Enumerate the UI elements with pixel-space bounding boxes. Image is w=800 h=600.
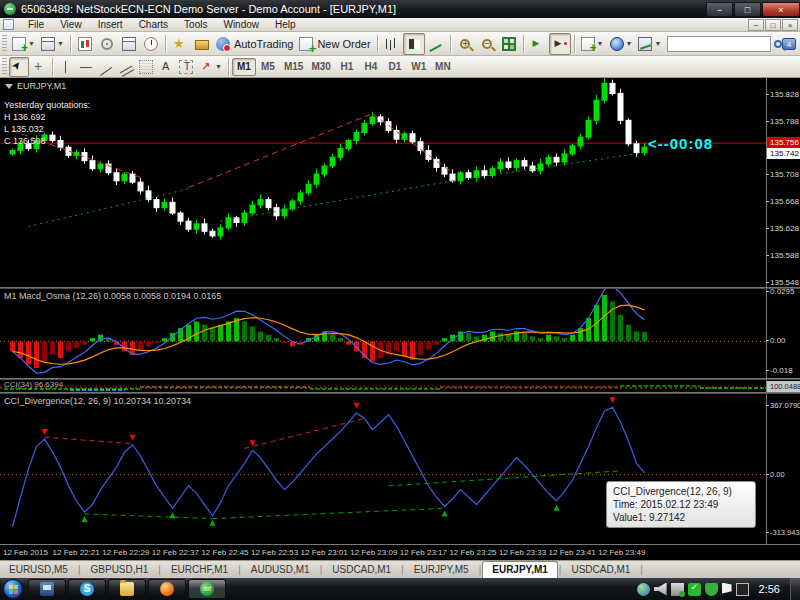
- profiles-button[interactable]: ▼: [38, 33, 67, 55]
- usb-device-icon[interactable]: [671, 583, 684, 596]
- macd-axis[interactable]: 0.02950.00-0.018: [766, 289, 800, 378]
- history-center-button[interactable]: [191, 33, 213, 55]
- horizontal-line-button[interactable]: [76, 57, 96, 77]
- restore-button[interactable]: □: [734, 2, 761, 17]
- chart-restore-button[interactable]: □: [765, 19, 781, 31]
- zoom-out-button[interactable]: [476, 33, 498, 55]
- timeframe-button-m15[interactable]: M15: [280, 58, 307, 76]
- taskbar-app-firefox[interactable]: [148, 579, 186, 599]
- chart-tab-eurusd-m5[interactable]: EURUSD,M5: [0, 561, 77, 578]
- network-monitor-icon[interactable]: [736, 583, 749, 596]
- minimize-button[interactable]: −: [706, 2, 733, 17]
- cci-axis[interactable]: 100.0488: [766, 380, 800, 392]
- taskbar-app-explorer[interactable]: [108, 579, 146, 599]
- line-chart-icon: [429, 37, 443, 51]
- chart-tab-audusd-m1[interactable]: AUDUSD,M1: [242, 561, 319, 578]
- terminal-button[interactable]: [140, 33, 162, 55]
- channel-icon: [119, 60, 133, 74]
- auto-scroll-icon: [531, 37, 545, 51]
- periods-button[interactable]: ▼: [607, 33, 636, 55]
- timeframe-button-m5[interactable]: M5: [256, 58, 280, 76]
- timeframe-button-h4[interactable]: H4: [359, 58, 383, 76]
- chart-minimize-button[interactable]: −: [748, 19, 764, 31]
- timeframe-button-m30[interactable]: M30: [307, 58, 334, 76]
- crosshair-button[interactable]: [29, 57, 49, 77]
- indicators-button[interactable]: ▼: [578, 33, 607, 55]
- search-input[interactable]: [667, 36, 771, 52]
- trendline-button[interactable]: [96, 57, 116, 77]
- tile-windows-button[interactable]: [498, 33, 520, 55]
- antivirus-icon[interactable]: [705, 583, 718, 596]
- navigator-button[interactable]: [118, 33, 140, 55]
- macd-plot[interactable]: [0, 289, 766, 378]
- start-button[interactable]: [3, 579, 23, 599]
- data-window-button[interactable]: [96, 33, 118, 55]
- vertical-line-button[interactable]: [56, 57, 76, 77]
- price-chart-panel[interactable]: EURJPY,M1 Yesterday quotations: H 136.69…: [0, 78, 800, 287]
- close-button[interactable]: ×: [762, 2, 800, 17]
- macd-panel[interactable]: M1 Macd_Osma (12,26) 0.0058 0.0058 0.019…: [0, 289, 800, 378]
- time-axis[interactable]: 12 Feb 201512 Feb 22:2112 Feb 22:2912 Fe…: [0, 544, 800, 560]
- macd-tick: -0.018: [770, 366, 793, 375]
- autotrading-button[interactable]: AutoTrading: [213, 33, 297, 55]
- text-label-button[interactable]: [176, 57, 196, 77]
- bar-chart-button[interactable]: [381, 33, 403, 55]
- menu-item-charts[interactable]: Charts: [131, 18, 176, 32]
- chart-tab-eurjpy-m5[interactable]: EURJPY,M5: [405, 561, 478, 578]
- text-button[interactable]: [156, 57, 176, 77]
- one-click-trading-arrow-icon[interactable]: [5, 84, 13, 89]
- symbol-label[interactable]: EURJPY,M1: [5, 81, 66, 91]
- menu-item-tools[interactable]: Tools: [176, 18, 215, 32]
- price-axis[interactable]: 135.828135.788135.708135.668135.628135.5…: [766, 78, 800, 287]
- auto-scroll-button[interactable]: [527, 33, 549, 55]
- cci-panel[interactable]: CCI(34) 96.6394 100.0488: [0, 380, 800, 392]
- cursor-button[interactable]: [9, 57, 29, 77]
- menu-item-file[interactable]: File: [20, 18, 52, 32]
- taskbar-app-skype[interactable]: S: [68, 579, 106, 599]
- chart-close-button[interactable]: ×: [782, 19, 798, 31]
- cci-divergence-axis[interactable]: 367.07900.00-313.9431: [766, 394, 800, 544]
- timeframe-button-m1[interactable]: M1: [232, 58, 256, 76]
- line-chart-button[interactable]: [425, 33, 447, 55]
- cci-plot[interactable]: [0, 380, 766, 392]
- window-controls: − □ ×: [705, 2, 800, 17]
- show-desktop-button[interactable]: [790, 578, 800, 600]
- toolbar-grip[interactable]: [2, 35, 7, 53]
- timeframe-button-d1[interactable]: D1: [383, 58, 407, 76]
- timeframe-button-mn[interactable]: MN: [431, 58, 455, 76]
- menu-item-help[interactable]: Help: [267, 18, 304, 32]
- chart-tab-usdcad-m1[interactable]: USDCAD,M1: [323, 561, 400, 578]
- favorites-button[interactable]: ★: [169, 33, 191, 55]
- menu-item-window[interactable]: Window: [215, 18, 267, 32]
- ask-price-box: 135.756: [767, 137, 800, 148]
- arrows-button[interactable]: ▼: [196, 57, 225, 77]
- timeframe-button-w1[interactable]: W1: [407, 58, 431, 76]
- search-icon[interactable]: [774, 40, 782, 48]
- volume-icon[interactable]: [654, 583, 667, 596]
- candlestick-plot[interactable]: [0, 78, 766, 287]
- taskbar-app-metatrader[interactable]: mt: [188, 579, 226, 599]
- chart-tab-gbpusd-h1[interactable]: GBPUSD,H1: [82, 561, 158, 578]
- market-watch-button[interactable]: [74, 33, 96, 55]
- new-chart-button[interactable]: ▼: [9, 33, 38, 55]
- timeframe-button-h1[interactable]: H1: [335, 58, 359, 76]
- taskbar-app-remote[interactable]: [28, 579, 66, 599]
- channel-button[interactable]: [116, 57, 136, 77]
- chart-tab-usdcad-m1[interactable]: USDCAD,M1: [562, 561, 639, 578]
- menu-item-insert[interactable]: Insert: [90, 18, 131, 32]
- internet-status-icon[interactable]: [637, 583, 650, 596]
- zoom-in-button[interactable]: [454, 33, 476, 55]
- chart-tab-eurchf-m1[interactable]: EURCHF,M1: [162, 561, 237, 578]
- fibonacci-button[interactable]: [136, 57, 156, 77]
- candlestick-chart-button[interactable]: [403, 33, 425, 55]
- new-order-button[interactable]: New Order: [296, 33, 373, 55]
- chart-shift-button[interactable]: [549, 33, 571, 55]
- phone-app-icon[interactable]: [688, 583, 701, 596]
- chart-system-menu-icon[interactable]: [3, 19, 14, 30]
- taskbar-clock[interactable]: 2:56: [759, 583, 780, 595]
- toolbar-grip[interactable]: [2, 58, 7, 76]
- menu-item-view[interactable]: View: [52, 18, 90, 32]
- templates-button[interactable]: ▼: [635, 33, 664, 55]
- chart-tab-eurjpy-m1[interactable]: EURJPY,M1: [482, 561, 558, 578]
- action-center-flag-icon[interactable]: [722, 583, 732, 596]
